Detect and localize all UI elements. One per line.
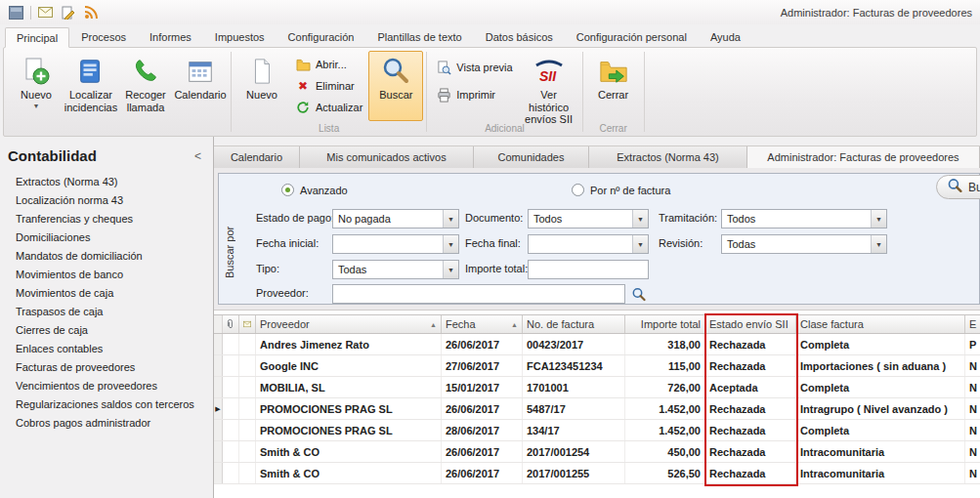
delete-button[interactable]: ✖ Eliminar — [291, 77, 366, 95]
ribbon-group-adicional: Vista previa Imprimir SII Ver histórico … — [427, 49, 581, 135]
column-header-no-factura[interactable]: No. de factura — [523, 315, 625, 333]
radio-por-numero[interactable]: Por nº de factura — [572, 184, 670, 196]
ribbon-tab[interactable]: Ayuda — [699, 26, 752, 47]
cell-mail — [239, 463, 256, 483]
importe-total-input[interactable] — [528, 260, 649, 279]
importe-total-label: Importe total: — [465, 263, 528, 274]
refresh-button[interactable]: Actualizar — [291, 99, 366, 116]
cell-importe-total: 526,50 — [625, 463, 705, 483]
chevron-down-icon[interactable]: ▼ — [443, 235, 458, 253]
search-ribbon-button[interactable]: Buscar — [368, 51, 423, 121]
sidebar-item[interactable]: Facturas de proveedores — [0, 358, 213, 377]
search-submit-button[interactable]: Buscar — [936, 175, 980, 199]
sidebar-item[interactable]: Cobros pagos administrador — [0, 414, 213, 433]
fecha-final-select[interactable]: ▼ — [528, 234, 649, 254]
close-button[interactable]: Cerrar — [586, 51, 641, 121]
sidebar-item[interactable]: Traspasos de caja — [0, 303, 213, 321]
print-button[interactable]: Imprimir — [432, 86, 516, 104]
document-tab[interactable]: Calendario — [214, 146, 300, 168]
proveedor-input[interactable] — [332, 284, 625, 304]
print-preview-button[interactable]: Vista previa — [432, 59, 516, 76]
sidebar-item[interactable]: Domiciliaciones — [0, 228, 213, 247]
documento-select[interactable]: Todos ▼ — [528, 209, 649, 228]
chevron-down-icon[interactable]: ▼ — [871, 210, 886, 228]
document-tab[interactable]: Administrador: Facturas de proveedores — [747, 146, 980, 168]
table-row[interactable]: Google INC 27/06/2017 FCA123451234 115,0… — [214, 355, 980, 377]
sidebar-item[interactable]: Regularizaciones saldos con terceros — [0, 395, 213, 414]
column-header-importe-total[interactable]: Importe total — [625, 315, 705, 333]
sii-history-button[interactable]: SII Ver histórico envíos SII — [519, 51, 579, 127]
ribbon: Nuevo ▼ Localizar incidencias Recoger ll… — [3, 47, 977, 137]
document-tab[interactable]: Comunidades — [474, 146, 589, 168]
phone-icon — [129, 55, 162, 88]
row-indicator-column-header — [214, 315, 223, 333]
chevron-down-icon[interactable]: ▼ — [443, 261, 458, 278]
mail-icon[interactable] — [37, 4, 54, 21]
fecha-inicial-select[interactable]: ▼ — [332, 234, 459, 254]
chevron-down-icon[interactable]: ▼ — [871, 235, 886, 253]
attachment-column-header[interactable] — [223, 315, 239, 333]
ribbon-tab-label: Principal — [17, 32, 58, 44]
notes-icon[interactable] — [60, 4, 76, 21]
ribbon-tab[interactable]: Datos básicos — [474, 26, 565, 47]
list-new-button[interactable]: Nuevo — [234, 51, 289, 121]
delete-button-label: Eliminar — [316, 80, 355, 92]
radio-avanzado[interactable]: Avanzado — [281, 184, 348, 196]
tipo-select[interactable]: Todas ▼ — [332, 260, 459, 279]
sidebar-item[interactable]: Movimientos de banco — [0, 266, 213, 284]
cell-mail — [239, 334, 256, 354]
column-header-clase-factura[interactable]: Clase factura — [796, 315, 965, 333]
estado-de-pago-select[interactable]: No pagada ▼ — [332, 209, 459, 228]
collapse-sidebar-button[interactable]: < — [194, 149, 201, 163]
table-row[interactable]: Smith & CO 26/06/2017 2017/001254 450,00… — [214, 441, 980, 463]
sidebar-item[interactable]: Tranferencias y cheques — [0, 210, 213, 228]
pickup-call-button[interactable]: Recoger llamada — [118, 51, 173, 121]
revision-select[interactable]: Todas ▼ — [721, 234, 887, 254]
calendar-button[interactable]: Calendario — [173, 51, 228, 121]
ribbon-tab[interactable]: Configuración personal — [565, 26, 699, 47]
locate-incidents-button[interactable]: Localizar incidencias — [64, 51, 118, 121]
ribbon-tab[interactable]: Impuestos — [203, 26, 277, 47]
group-label-cerrar: Cerrar — [583, 123, 644, 134]
radio-unselected-icon — [572, 184, 584, 196]
sidebar-item[interactable]: Localización norma 43 — [0, 191, 213, 210]
new-button[interactable]: Nuevo ▼ — [9, 51, 64, 121]
tramitacion-select[interactable]: Todos ▼ — [721, 209, 887, 228]
chevron-down-icon[interactable]: ▼ — [632, 235, 648, 253]
table-row[interactable]: Smith & CO 26/06/2017 2017/001255 526,50… — [214, 463, 980, 484]
sidebar-item[interactable]: Extractos (Norma 43) — [0, 173, 213, 191]
ribbon-tab[interactable]: Principal — [5, 27, 69, 48]
mail-column-header[interactable] — [239, 315, 256, 333]
table-row[interactable]: MOBILIA, SL 15/01/2017 1701001 726,00 Ac… — [214, 377, 980, 398]
rss-icon[interactable] — [82, 4, 99, 21]
sidebar-item[interactable]: Vencimientos de proveedores — [0, 377, 213, 395]
ribbon-tab[interactable]: Procesos — [69, 26, 138, 47]
sii-logo-icon: SII — [533, 55, 566, 88]
ribbon-tab-label: Configuración — [288, 31, 355, 43]
sidebar-item[interactable]: Movimientos de caja — [0, 284, 213, 303]
table-row[interactable]: Andres Jimenez Rato 26/06/2017 00423/201… — [214, 334, 980, 355]
column-header-estado-sii[interactable]: Estado envío SII — [705, 315, 796, 333]
ribbon-tab[interactable]: Configuración — [277, 26, 366, 47]
chevron-down-icon[interactable]: ▼ — [33, 103, 40, 109]
sidebar-item[interactable]: Mandatos de domiciliación — [0, 247, 213, 266]
ribbon-tab[interactable]: Informes — [138, 26, 203, 47]
document-tab[interactable]: Mis comunicados activos — [300, 146, 474, 168]
ribbon-tab[interactable]: Plantillas de texto — [365, 26, 473, 47]
chevron-down-icon[interactable]: ▼ — [632, 210, 648, 228]
column-header-fecha[interactable]: Fecha ▲ — [442, 315, 523, 333]
open-button[interactable]: Abrir... — [291, 56, 366, 73]
search-panel: Buscar por Avanzado Por nº de factura Es… — [218, 173, 980, 305]
document-tab[interactable]: Extractos (Norma 43) — [589, 146, 747, 168]
column-header-proveedor[interactable]: Proveedor ▲ — [256, 315, 442, 333]
table-row[interactable]: PROMOCIONES PRAG SL 28/06/2017 134/17 1.… — [214, 420, 980, 441]
sidebar-item[interactable]: Cierres de caja — [0, 321, 213, 340]
sidebar-item[interactable]: Enlaces contables — [0, 340, 213, 358]
column-header-e[interactable]: E — [965, 315, 980, 333]
table-row[interactable]: PROMOCIONES PRAG SL 26/06/2017 5487/17 1… — [214, 398, 980, 420]
chevron-down-icon[interactable]: ▼ — [443, 210, 458, 228]
cell-proveedor: PROMOCIONES PRAG SL — [256, 420, 442, 440]
calendar-label: Calendario — [174, 89, 226, 102]
window-icon[interactable] — [8, 4, 24, 21]
proveedor-lookup-icon[interactable] — [629, 284, 647, 304]
